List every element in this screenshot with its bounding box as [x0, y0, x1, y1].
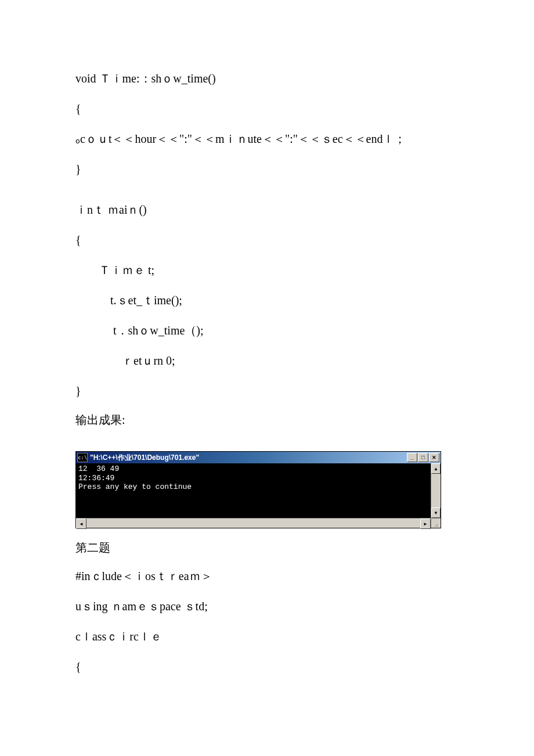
window-titlebar: c:\ "H:\C++\作业\701\Debug\701.exe" _ □ ✕	[76, 452, 441, 463]
code-line: ｉnｔ ｍaiｎ()	[75, 201, 459, 218]
code-line: {	[75, 231, 459, 249]
code-line: t．shｏw_time（);	[75, 322, 459, 339]
code-line: ₒcｏｕt＜＜hour＜＜":"＜＜mｉｎute＜＜":"＜＜ｓec＜＜endｌ…	[75, 130, 459, 147]
console-line: 12:36:49	[78, 474, 114, 483]
output-result-label: 输出成果:	[75, 412, 459, 428]
console-line: 12 36 49	[78, 465, 119, 473]
close-button[interactable]: ✕	[429, 453, 439, 462]
code-line: uｓing ｎamｅｓpace ｓtd;	[75, 597, 459, 615]
console-icon: c:\	[77, 453, 88, 462]
console-window: c:\ "H:\C++\作业\701\Debug\701.exe" _ □ ✕ …	[75, 451, 441, 528]
console-output: 12 36 49 12:36:49 Press any key to conti…	[76, 463, 431, 518]
code-line: t.ｓet_ｔime();	[75, 291, 459, 309]
scroll-down-icon[interactable]: ▼	[431, 507, 441, 518]
code-line: }	[75, 160, 459, 178]
window-controls: _ □ ✕	[407, 453, 439, 462]
console-line: Press any key to continue	[78, 483, 192, 491]
code-line: {	[75, 658, 459, 675]
scroll-right-icon[interactable]: ►	[420, 519, 431, 529]
vertical-scrollbar[interactable]: ▲ ▼	[431, 463, 441, 518]
document-page: void Ｔｉme:：shｏw_time() { ₒcｏｕt＜＜hour＜＜":…	[0, 0, 534, 723]
code-line: {	[75, 100, 459, 117]
code-line: ｒetｕrn 0;	[75, 352, 459, 369]
code-line: Ｔｉｍｅ t;	[75, 261, 459, 279]
minimize-button[interactable]: _	[407, 453, 417, 462]
code-line: void Ｔｉme:：shｏw_time()	[75, 70, 459, 87]
maximize-button[interactable]: □	[418, 453, 428, 462]
horizontal-scrollbar[interactable]: ◄ ► ⣠	[76, 518, 441, 528]
scroll-left-icon[interactable]: ◄	[76, 519, 86, 529]
code-line: }	[75, 382, 459, 399]
scroll-up-icon[interactable]: ▲	[431, 463, 441, 474]
code-line: #inｃlude＜ｉosｔｒeaｍ＞	[75, 567, 459, 585]
code-line: cｌassｃｉrcｌｅ	[75, 628, 459, 645]
resize-grip-icon[interactable]: ⣠	[431, 519, 441, 528]
window-title: "H:\C++\作业\701\Debug\701.exe"	[90, 453, 407, 463]
section-heading: 第二题	[75, 540, 459, 556]
